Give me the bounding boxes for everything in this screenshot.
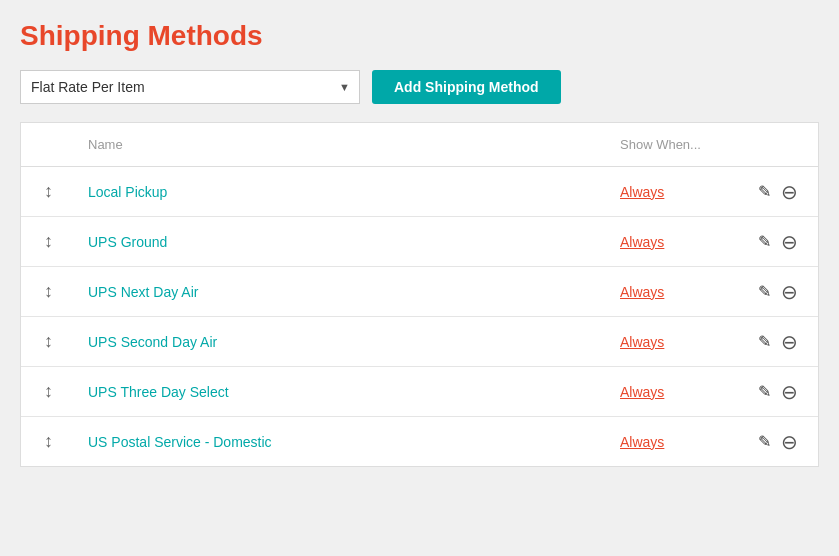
table-row: ↕ UPS Three Day Select Always ✎ ⊖ — [21, 367, 818, 417]
row-show-when-cell: Always — [608, 167, 738, 217]
remove-icon[interactable]: ⊖ — [781, 432, 798, 452]
edit-icon[interactable]: ✎ — [758, 182, 771, 201]
remove-icon[interactable]: ⊖ — [781, 282, 798, 302]
row-show-when-link[interactable]: Always — [620, 234, 664, 250]
remove-icon[interactable]: ⊖ — [781, 382, 798, 402]
row-name-link[interactable]: UPS Second Day Air — [88, 334, 217, 350]
row-name-link[interactable]: UPS Ground — [88, 234, 167, 250]
row-show-when-cell: Always — [608, 217, 738, 267]
drag-icon: ↕ — [44, 231, 53, 252]
row-show-when-link[interactable]: Always — [620, 334, 664, 350]
row-show-when-cell: Always — [608, 367, 738, 417]
remove-icon[interactable]: ⊖ — [781, 232, 798, 252]
remove-icon[interactable]: ⊖ — [781, 182, 798, 202]
drag-icon: ↕ — [44, 331, 53, 352]
method-select-wrapper: Flat Rate Per ItemFlat RateFree Shipping… — [20, 70, 360, 104]
method-select[interactable]: Flat Rate Per ItemFlat RateFree Shipping… — [20, 70, 360, 104]
action-icons: ✎ ⊖ — [750, 182, 806, 202]
edit-icon[interactable]: ✎ — [758, 232, 771, 251]
add-shipping-method-button[interactable]: Add Shipping Method — [372, 70, 561, 104]
row-name-cell: UPS Ground — [76, 217, 608, 267]
action-icons: ✎ ⊖ — [750, 432, 806, 452]
drag-icon: ↕ — [44, 181, 53, 202]
row-name-link[interactable]: UPS Three Day Select — [88, 384, 229, 400]
row-show-when-cell: Always — [608, 417, 738, 467]
row-actions-cell: ✎ ⊖ — [738, 317, 818, 367]
row-actions-cell: ✎ ⊖ — [738, 367, 818, 417]
shipping-methods-table: Name Show When... ↕ Local Pickup Always … — [21, 123, 818, 466]
edit-icon[interactable]: ✎ — [758, 282, 771, 301]
row-actions-cell: ✎ ⊖ — [738, 167, 818, 217]
action-icons: ✎ ⊖ — [750, 232, 806, 252]
table-row: ↕ UPS Next Day Air Always ✎ ⊖ — [21, 267, 818, 317]
remove-icon[interactable]: ⊖ — [781, 332, 798, 352]
row-name-cell: US Postal Service - Domestic — [76, 417, 608, 467]
edit-icon[interactable]: ✎ — [758, 332, 771, 351]
row-actions-cell: ✎ ⊖ — [738, 267, 818, 317]
col-header-drag — [21, 123, 76, 167]
drag-handle[interactable]: ↕ — [21, 167, 76, 217]
row-actions-cell: ✎ ⊖ — [738, 217, 818, 267]
col-header-show-when: Show When... — [608, 123, 738, 167]
col-header-name: Name — [76, 123, 608, 167]
col-header-actions — [738, 123, 818, 167]
row-show-when-cell: Always — [608, 317, 738, 367]
row-show-when-cell: Always — [608, 267, 738, 317]
edit-icon[interactable]: ✎ — [758, 432, 771, 451]
row-name-cell: UPS Next Day Air — [76, 267, 608, 317]
row-show-when-link[interactable]: Always — [620, 184, 664, 200]
action-icons: ✎ ⊖ — [750, 382, 806, 402]
drag-icon: ↕ — [44, 381, 53, 402]
action-icons: ✎ ⊖ — [750, 332, 806, 352]
edit-icon[interactable]: ✎ — [758, 382, 771, 401]
row-name-link[interactable]: US Postal Service - Domestic — [88, 434, 272, 450]
drag-handle[interactable]: ↕ — [21, 417, 76, 467]
table-header-row: Name Show When... — [21, 123, 818, 167]
row-name-cell: UPS Second Day Air — [76, 317, 608, 367]
table-row: ↕ UPS Ground Always ✎ ⊖ — [21, 217, 818, 267]
table-row: ↕ Local Pickup Always ✎ ⊖ — [21, 167, 818, 217]
row-show-when-link[interactable]: Always — [620, 434, 664, 450]
drag-icon: ↕ — [44, 281, 53, 302]
drag-handle[interactable]: ↕ — [21, 267, 76, 317]
row-name-link[interactable]: Local Pickup — [88, 184, 167, 200]
row-name-cell: Local Pickup — [76, 167, 608, 217]
table-row: ↕ UPS Second Day Air Always ✎ ⊖ — [21, 317, 818, 367]
action-icons: ✎ ⊖ — [750, 282, 806, 302]
shipping-methods-table-wrapper: Name Show When... ↕ Local Pickup Always … — [20, 122, 819, 467]
drag-icon: ↕ — [44, 431, 53, 452]
row-name-cell: UPS Three Day Select — [76, 367, 608, 417]
drag-handle[interactable]: ↕ — [21, 317, 76, 367]
drag-handle[interactable]: ↕ — [21, 367, 76, 417]
row-show-when-link[interactable]: Always — [620, 284, 664, 300]
row-actions-cell: ✎ ⊖ — [738, 417, 818, 467]
table-row: ↕ US Postal Service - Domestic Always ✎ … — [21, 417, 818, 467]
row-show-when-link[interactable]: Always — [620, 384, 664, 400]
toolbar: Flat Rate Per ItemFlat RateFree Shipping… — [20, 70, 819, 104]
table-body: ↕ Local Pickup Always ✎ ⊖ ↕ UPS Ground — [21, 167, 818, 467]
drag-handle[interactable]: ↕ — [21, 217, 76, 267]
page-title: Shipping Methods — [20, 20, 819, 52]
row-name-link[interactable]: UPS Next Day Air — [88, 284, 198, 300]
